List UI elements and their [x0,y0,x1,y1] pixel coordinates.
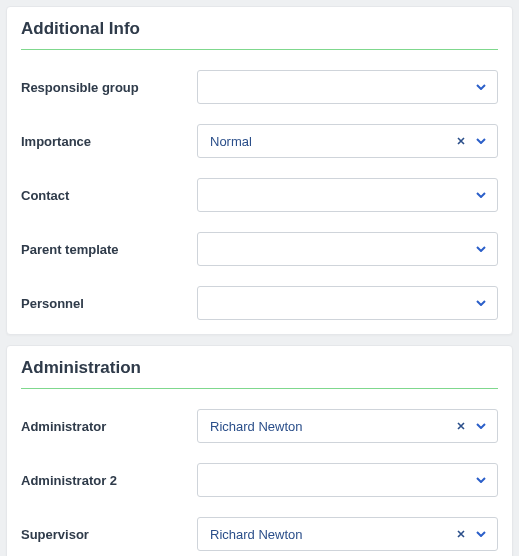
chevron-down-icon [473,472,489,488]
select-value-supervisor: Richard Newton [210,527,453,542]
label-contact: Contact [21,188,197,203]
clear-icon[interactable] [453,526,469,542]
chevron-down-icon [473,133,489,149]
label-supervisor: Supervisor [21,527,197,542]
chevron-down-icon [473,418,489,434]
clear-icon[interactable] [453,133,469,149]
field-row-personnel: Personnel [21,286,498,320]
card-title-additional-info: Additional Info [21,7,498,50]
select-importance[interactable]: Normal [197,124,498,158]
select-supervisor[interactable]: Richard Newton [197,517,498,551]
select-administrator-2[interactable] [197,463,498,497]
label-administrator-2: Administrator 2 [21,473,197,488]
label-parent-template: Parent template [21,242,197,257]
select-responsible-group[interactable] [197,70,498,104]
card-title-administration: Administration [21,346,498,389]
field-row-administrator: Administrator Richard Newton [21,409,498,443]
chevron-down-icon [473,79,489,95]
card-additional-info: Additional Info Responsible group Import… [6,6,513,335]
field-row-responsible-group: Responsible group [21,70,498,104]
chevron-down-icon [473,241,489,257]
label-responsible-group: Responsible group [21,80,197,95]
label-personnel: Personnel [21,296,197,311]
field-row-importance: Importance Normal [21,124,498,158]
chevron-down-icon [473,187,489,203]
field-row-parent-template: Parent template [21,232,498,266]
select-administrator[interactable]: Richard Newton [197,409,498,443]
field-row-supervisor: Supervisor Richard Newton [21,517,498,551]
select-contact[interactable] [197,178,498,212]
select-parent-template[interactable] [197,232,498,266]
label-administrator: Administrator [21,419,197,434]
select-value-administrator: Richard Newton [210,419,453,434]
label-importance: Importance [21,134,197,149]
select-personnel[interactable] [197,286,498,320]
chevron-down-icon [473,526,489,542]
field-row-administrator-2: Administrator 2 [21,463,498,497]
chevron-down-icon [473,295,489,311]
clear-icon[interactable] [453,418,469,434]
card-administration: Administration Administrator Richard New… [6,345,513,556]
select-value-importance: Normal [210,134,453,149]
field-row-contact: Contact [21,178,498,212]
